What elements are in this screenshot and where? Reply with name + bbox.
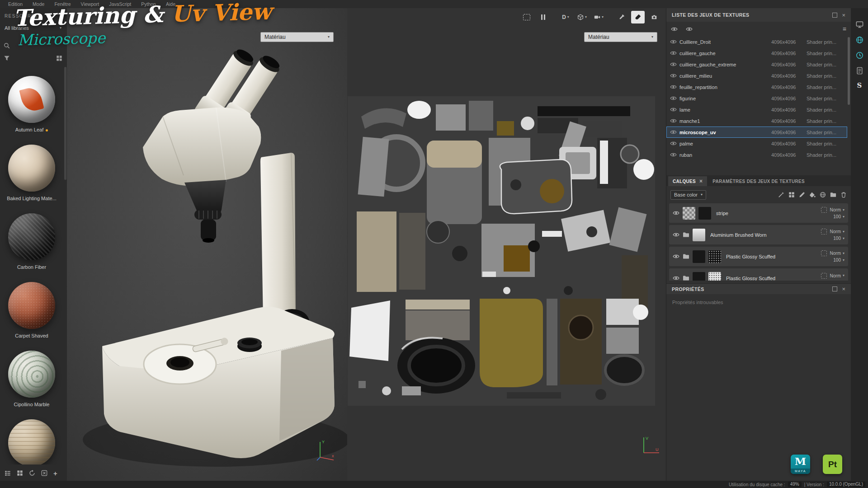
uv-texture-canvas[interactable] — [348, 96, 655, 406]
material-sphere-thumbnail[interactable] — [8, 213, 55, 260]
material-item[interactable]: Carbon Fiber — [8, 207, 55, 276]
smart-material-icon[interactable] — [788, 192, 795, 198]
eye-icon[interactable] — [670, 62, 677, 67]
menu-item[interactable]: Edition — [8, 1, 23, 7]
eye-icon[interactable] — [670, 51, 677, 56]
tab-close-icon[interactable]: × — [699, 178, 703, 184]
channel-dropdown[interactable]: Base color ▾ — [670, 190, 706, 200]
pencil-icon[interactable] — [799, 192, 805, 198]
layer-thumbnail[interactable] — [693, 272, 705, 281]
display-settings-icon[interactable] — [856, 21, 863, 28]
magic-wand-icon[interactable] — [778, 192, 784, 198]
solo-eye-icon[interactable] — [686, 27, 693, 32]
material-item[interactable] — [8, 413, 55, 465]
eye-icon[interactable] — [670, 118, 677, 123]
material-sphere-thumbnail[interactable] — [8, 282, 55, 329]
material-sphere-thumbnail[interactable] — [8, 76, 55, 123]
tab-texture-set-settings[interactable]: PARAMÈTRES DES JEUX DE TEXTURES — [708, 176, 809, 186]
layer-mask-thumbnail[interactable] — [683, 207, 695, 220]
blend-mode-value[interactable]: Norm — [830, 207, 841, 212]
close-icon[interactable]: × — [842, 12, 845, 18]
texture-set-shader[interactable]: Shader prin... — [807, 107, 845, 113]
color-picker-button[interactable] — [615, 11, 628, 23]
list-view-icon[interactable] — [5, 470, 11, 476]
screenshot-button[interactable] — [647, 11, 661, 23]
layer-row[interactable]: stripe Norm ▾ 100 ▾ — [669, 203, 848, 223]
pause-engine-button[interactable] — [536, 11, 550, 23]
texture-set-shader[interactable]: Shader prin... — [807, 152, 845, 158]
layer-extra-thumbnail[interactable] — [708, 272, 721, 281]
texture-list-scrollbar[interactable] — [848, 37, 850, 105]
menu-item[interactable]: Viewport — [81, 1, 99, 7]
texture-set-row[interactable]: lame 4096x4096 Shader prin... — [666, 104, 847, 115]
material-item[interactable]: Baked Lighting Mate... — [7, 138, 56, 207]
texture-set-row[interactable]: palme 4096x4096 Shader prin... — [666, 138, 847, 149]
eye-icon[interactable] — [670, 152, 677, 157]
layer-visibility-icon[interactable] — [673, 276, 679, 281]
eye-icon[interactable] — [670, 84, 677, 89]
smart-mask-icon[interactable] — [820, 192, 826, 198]
menu-item[interactable]: Mode — [33, 1, 44, 7]
layer-thumbnail[interactable] — [693, 250, 705, 263]
grid-view-icon[interactable] — [56, 55, 62, 61]
eye-icon[interactable] — [670, 107, 677, 112]
globe-icon[interactable] — [856, 36, 863, 44]
texture-set-shader[interactable]: Shader prin... — [807, 73, 845, 79]
history-icon[interactable] — [856, 52, 863, 59]
texture-set-row[interactable]: microscope_uv 4096x4096 Shader prin... — [666, 127, 847, 138]
show-all-eye-icon[interactable] — [671, 27, 678, 32]
list-options-icon[interactable]: ≡ — [843, 25, 846, 33]
add-resource-icon[interactable]: + — [53, 470, 57, 477]
marquee-select-button[interactable] — [520, 11, 533, 23]
material-mode-dropdown-3d[interactable]: Matériau ▾ — [260, 32, 334, 42]
camera-mode-button[interactable]: ▾ — [592, 11, 606, 23]
material-item[interactable]: Carpet Shaved — [8, 276, 55, 344]
log-document-icon[interactable] — [856, 67, 863, 75]
eye-icon[interactable] — [670, 39, 677, 44]
layer-thumbnail[interactable] — [698, 207, 711, 220]
fill-bucket-icon[interactable] — [809, 192, 816, 198]
search-icon[interactable] — [4, 42, 10, 49]
menu-item[interactable]: Python — [141, 1, 156, 7]
eye-icon[interactable] — [670, 73, 677, 78]
texture-set-row[interactable]: cuilliere_gauche 4096x4096 Shader prin..… — [666, 47, 847, 59]
opacity-value[interactable]: 100 — [833, 258, 841, 263]
sidebar-scrollbar[interactable] — [64, 67, 66, 180]
eye-icon[interactable] — [670, 130, 677, 135]
mask-toggle-icon[interactable] — [821, 229, 827, 235]
mask-toggle-icon[interactable] — [821, 207, 827, 213]
material-item[interactable]: Cipollino Marble — [8, 344, 55, 413]
texture-set-shader[interactable]: Shader prin... — [807, 96, 845, 101]
layer-row[interactable]: Plastic Glossy Scuffed Norm ▾ 100 ▾ — [669, 247, 848, 266]
material-sphere-thumbnail[interactable] — [8, 419, 55, 465]
layer-visibility-icon[interactable] — [673, 232, 679, 237]
material-sphere-thumbnail[interactable] — [8, 351, 55, 398]
texture-set-row[interactable]: feuille_repartition 4096x4096 Shader pri… — [666, 81, 847, 93]
viewport-3d[interactable]: Matériau ▾ Y x — [67, 8, 347, 481]
card-view-icon[interactable] — [17, 470, 23, 476]
filter-icon[interactable] — [4, 55, 10, 61]
texture-set-row[interactable]: Cuilliere_Droit 4096x4096 Shader prin... — [666, 36, 847, 47]
undock-icon[interactable] — [832, 13, 837, 18]
viewport-uv[interactable]: Matériau ▾ V U — [347, 8, 666, 481]
remove-resource-icon[interactable] — [41, 470, 47, 476]
refresh-icon[interactable] — [29, 470, 35, 476]
texture-set-shader[interactable]: Shader prin... — [807, 130, 845, 135]
mask-toggle-icon[interactable] — [821, 273, 827, 279]
eye-icon[interactable] — [670, 141, 677, 146]
texture-set-row[interactable]: ruban 4096x4096 Shader prin... — [666, 149, 847, 160]
texture-set-shader[interactable]: Shader prin... — [807, 62, 845, 67]
texture-set-shader[interactable]: Shader prin... — [807, 141, 845, 146]
texture-set-shader[interactable]: Shader prin... — [807, 39, 845, 45]
blend-mode-value[interactable]: Norm — [830, 273, 841, 278]
texture-set-row[interactable]: cuilliere_milieu 4096x4096 Shader prin..… — [666, 70, 847, 81]
display-mode-button[interactable]: D▾ — [559, 11, 572, 23]
material-item[interactable]: Autumn Leaf — [8, 70, 55, 138]
menu-item[interactable]: Aide — [166, 1, 175, 7]
eye-icon[interactable] — [670, 96, 677, 101]
library-selector[interactable]: All libraries ▾ — [5, 25, 61, 31]
geometry-mode-button[interactable]: ▾ — [575, 11, 589, 23]
material-mode-dropdown-uv[interactable]: Matériau ▾ — [584, 32, 657, 42]
layer-extra-thumbnail[interactable] — [708, 250, 721, 263]
layer-row[interactable]: Plastic Glossy Scuffed Norm ▾ ▾ — [669, 268, 848, 281]
